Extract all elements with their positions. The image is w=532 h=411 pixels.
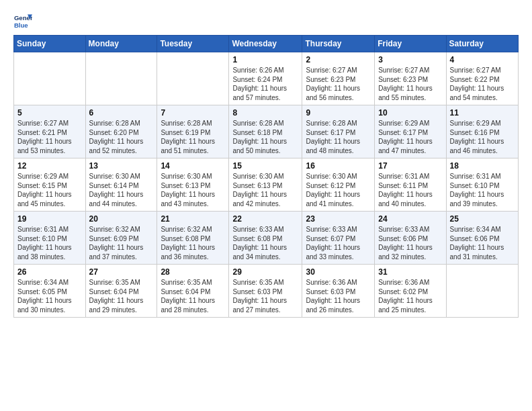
day-info: Sunrise: 6:35 AM Sunset: 6:04 PM Dayligh… [161, 278, 225, 314]
day-number: 22 [232, 214, 298, 224]
day-number: 3 [378, 55, 442, 64]
weekday-header-monday: Monday [85, 36, 157, 52]
calendar-week-4: 19Sunrise: 6:31 AM Sunset: 6:10 PM Dayli… [14, 212, 519, 265]
day-number: 2 [306, 55, 371, 64]
calendar-cell: 6Sunrise: 6:28 AM Sunset: 6:20 PM Daylig… [85, 105, 157, 158]
day-info: Sunrise: 6:28 AM Sunset: 6:18 PM Dayligh… [232, 119, 298, 155]
day-number: 1 [232, 55, 298, 64]
day-number: 26 [17, 267, 82, 277]
day-info: Sunrise: 6:32 AM Sunset: 6:08 PM Dayligh… [161, 225, 225, 261]
day-info: Sunrise: 6:35 AM Sunset: 6:03 PM Dayligh… [232, 278, 298, 314]
weekday-header-tuesday: Tuesday [157, 36, 229, 52]
calendar-cell: 11Sunrise: 6:29 AM Sunset: 6:16 PM Dayli… [446, 105, 518, 158]
day-info: Sunrise: 6:27 AM Sunset: 6:23 PM Dayligh… [378, 66, 442, 102]
day-info: Sunrise: 6:31 AM Sunset: 6:10 PM Dayligh… [17, 225, 82, 261]
day-number: 12 [17, 161, 82, 171]
day-info: Sunrise: 6:28 AM Sunset: 6:17 PM Dayligh… [306, 119, 371, 155]
day-info: Sunrise: 6:36 AM Sunset: 6:02 PM Dayligh… [378, 278, 442, 314]
calendar-cell [85, 52, 157, 105]
day-info: Sunrise: 6:34 AM Sunset: 6:06 PM Dayligh… [450, 225, 515, 261]
day-info: Sunrise: 6:34 AM Sunset: 6:05 PM Dayligh… [17, 278, 82, 314]
weekday-header-saturday: Saturday [446, 36, 518, 52]
day-info: Sunrise: 6:31 AM Sunset: 6:11 PM Dayligh… [378, 172, 442, 208]
calendar-cell: 3Sunrise: 6:27 AM Sunset: 6:23 PM Daylig… [375, 52, 446, 105]
day-info: Sunrise: 6:35 AM Sunset: 6:04 PM Dayligh… [89, 278, 154, 314]
calendar-cell: 9Sunrise: 6:28 AM Sunset: 6:17 PM Daylig… [302, 105, 375, 158]
calendar-cell: 19Sunrise: 6:31 AM Sunset: 6:10 PM Dayli… [14, 212, 86, 265]
day-number: 23 [306, 214, 371, 224]
day-number: 31 [378, 267, 442, 277]
day-number: 28 [161, 267, 225, 277]
day-number: 16 [306, 161, 371, 171]
day-info: Sunrise: 6:30 AM Sunset: 6:13 PM Dayligh… [232, 172, 298, 208]
calendar-cell: 21Sunrise: 6:32 AM Sunset: 6:08 PM Dayli… [157, 212, 229, 265]
calendar-cell: 30Sunrise: 6:36 AM Sunset: 6:03 PM Dayli… [302, 265, 375, 318]
calendar-cell: 23Sunrise: 6:33 AM Sunset: 6:07 PM Dayli… [302, 212, 375, 265]
day-info: Sunrise: 6:29 AM Sunset: 6:17 PM Dayligh… [378, 119, 442, 155]
day-number: 14 [161, 161, 225, 171]
svg-text:Blue: Blue [14, 21, 28, 29]
day-number: 13 [89, 161, 154, 171]
calendar-cell: 22Sunrise: 6:33 AM Sunset: 6:08 PM Dayli… [229, 212, 302, 265]
logo: General Blue [13, 12, 35, 31]
weekday-header-thursday: Thursday [302, 36, 375, 52]
day-info: Sunrise: 6:33 AM Sunset: 6:08 PM Dayligh… [232, 225, 298, 261]
day-info: Sunrise: 6:30 AM Sunset: 6:12 PM Dayligh… [306, 172, 371, 208]
day-info: Sunrise: 6:28 AM Sunset: 6:20 PM Dayligh… [89, 119, 154, 155]
calendar-cell [157, 52, 229, 105]
day-info: Sunrise: 6:26 AM Sunset: 6:24 PM Dayligh… [232, 66, 298, 102]
day-info: Sunrise: 6:32 AM Sunset: 6:09 PM Dayligh… [89, 225, 154, 261]
calendar-week-5: 26Sunrise: 6:34 AM Sunset: 6:05 PM Dayli… [14, 265, 519, 318]
calendar-cell: 20Sunrise: 6:32 AM Sunset: 6:09 PM Dayli… [85, 212, 157, 265]
calendar-cell: 10Sunrise: 6:29 AM Sunset: 6:17 PM Dayli… [375, 105, 446, 158]
calendar-cell: 4Sunrise: 6:27 AM Sunset: 6:22 PM Daylig… [446, 52, 518, 105]
calendar-cell: 31Sunrise: 6:36 AM Sunset: 6:02 PM Dayli… [375, 265, 446, 318]
day-info: Sunrise: 6:27 AM Sunset: 6:22 PM Dayligh… [450, 66, 515, 102]
day-info: Sunrise: 6:27 AM Sunset: 6:21 PM Dayligh… [17, 119, 82, 155]
calendar-cell: 8Sunrise: 6:28 AM Sunset: 6:18 PM Daylig… [229, 105, 302, 158]
calendar-week-2: 5Sunrise: 6:27 AM Sunset: 6:21 PM Daylig… [14, 105, 519, 158]
day-number: 9 [306, 108, 371, 118]
day-info: Sunrise: 6:36 AM Sunset: 6:03 PM Dayligh… [306, 278, 371, 314]
day-number: 5 [17, 108, 82, 118]
weekday-header-friday: Friday [375, 36, 446, 52]
calendar-cell [14, 52, 86, 105]
calendar-week-3: 12Sunrise: 6:29 AM Sunset: 6:15 PM Dayli… [14, 158, 519, 212]
day-number: 10 [378, 108, 442, 118]
calendar-cell: 25Sunrise: 6:34 AM Sunset: 6:06 PM Dayli… [446, 212, 518, 265]
day-number: 20 [89, 214, 154, 224]
day-number: 8 [232, 108, 298, 118]
calendar-cell: 27Sunrise: 6:35 AM Sunset: 6:04 PM Dayli… [85, 265, 157, 318]
day-info: Sunrise: 6:29 AM Sunset: 6:15 PM Dayligh… [17, 172, 82, 208]
header: General Blue [13, 12, 519, 31]
calendar-cell: 28Sunrise: 6:35 AM Sunset: 6:04 PM Dayli… [157, 265, 229, 318]
day-info: Sunrise: 6:29 AM Sunset: 6:16 PM Dayligh… [450, 119, 515, 155]
day-info: Sunrise: 6:30 AM Sunset: 6:13 PM Dayligh… [161, 172, 225, 208]
day-number: 15 [232, 161, 298, 171]
day-number: 18 [450, 161, 515, 171]
calendar-cell: 13Sunrise: 6:30 AM Sunset: 6:14 PM Dayli… [85, 158, 157, 212]
calendar-cell: 16Sunrise: 6:30 AM Sunset: 6:12 PM Dayli… [302, 158, 375, 212]
day-info: Sunrise: 6:27 AM Sunset: 6:23 PM Dayligh… [306, 66, 371, 102]
calendar-cell: 7Sunrise: 6:28 AM Sunset: 6:19 PM Daylig… [157, 105, 229, 158]
logo-icon: General Blue [13, 12, 32, 31]
page-container: General Blue SundayMondayTuesdayWednesda… [0, 0, 532, 324]
calendar-cell: 29Sunrise: 6:35 AM Sunset: 6:03 PM Dayli… [229, 265, 302, 318]
day-number: 19 [17, 214, 82, 224]
calendar-cell: 14Sunrise: 6:30 AM Sunset: 6:13 PM Dayli… [157, 158, 229, 212]
calendar-cell: 1Sunrise: 6:26 AM Sunset: 6:24 PM Daylig… [229, 52, 302, 105]
weekday-header-row: SundayMondayTuesdayWednesdayThursdayFrid… [14, 36, 519, 52]
day-number: 24 [378, 214, 442, 224]
day-number: 6 [89, 108, 154, 118]
calendar-cell: 12Sunrise: 6:29 AM Sunset: 6:15 PM Dayli… [14, 158, 86, 212]
day-info: Sunrise: 6:28 AM Sunset: 6:19 PM Dayligh… [161, 119, 225, 155]
day-info: Sunrise: 6:31 AM Sunset: 6:10 PM Dayligh… [450, 172, 515, 208]
weekday-header-sunday: Sunday [14, 36, 86, 52]
calendar-table: SundayMondayTuesdayWednesdayThursdayFrid… [13, 35, 519, 318]
calendar-week-1: 1Sunrise: 6:26 AM Sunset: 6:24 PM Daylig… [14, 52, 519, 105]
day-number: 27 [89, 267, 154, 277]
day-number: 4 [450, 55, 515, 64]
day-info: Sunrise: 6:33 AM Sunset: 6:07 PM Dayligh… [306, 225, 371, 261]
calendar-cell [446, 265, 518, 318]
calendar-cell: 18Sunrise: 6:31 AM Sunset: 6:10 PM Dayli… [446, 158, 518, 212]
